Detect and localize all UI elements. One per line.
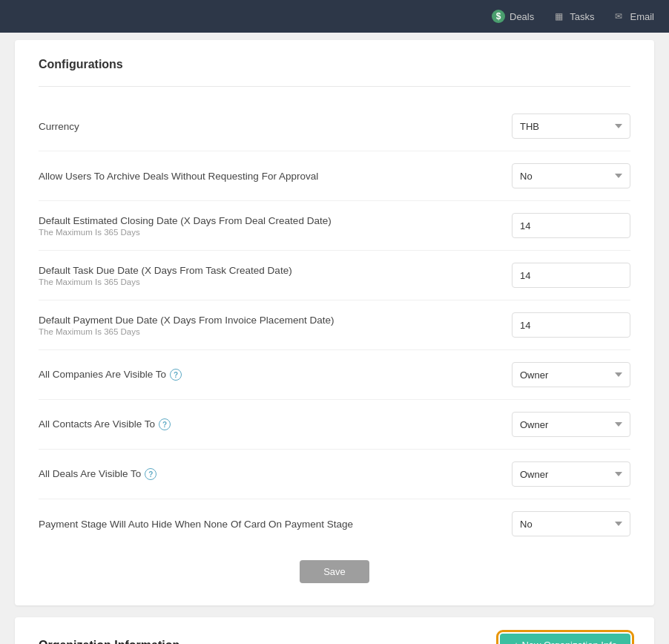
config-row-archive_deals: Allow Users To Archive Deals Without Req…: [39, 151, 630, 201]
dropdown-archive_deals[interactable]: No: [512, 163, 630, 188]
dropdown-currency[interactable]: THB: [512, 114, 630, 139]
email-icon: ✉: [612, 10, 625, 23]
nav-email[interactable]: ✉ Email: [612, 10, 654, 23]
config-row-payment_stage: Payment Stage Will Auto Hide When None O…: [39, 499, 630, 548]
nav-deals[interactable]: $ Deals: [492, 10, 534, 23]
number-input-closing_date[interactable]: [512, 213, 630, 238]
nav-deals-label: Deals: [510, 11, 534, 22]
card-divider: [39, 86, 630, 87]
org-title: Organization Information: [39, 639, 179, 645]
config-label-payment_stage: Payment Stage Will Auto Hide When None O…: [39, 519, 512, 530]
save-button[interactable]: Save: [300, 560, 369, 583]
config-control-payment_due_date: [512, 312, 630, 338]
configurations-card: Configurations CurrencyTHBAllow Users To…: [15, 40, 654, 605]
config-label-payment_due_date: Default Payment Due Date (X Days From In…: [39, 315, 512, 336]
config-control-deals_visible: Owner: [512, 461, 630, 487]
config-sublabel-task_due_date: The Maximum Is 365 Days: [39, 277, 512, 286]
config-label-task_due_date: Default Task Due Date (X Days From Task …: [39, 265, 512, 286]
config-rows: CurrencyTHBAllow Users To Archive Deals …: [39, 102, 630, 548]
config-label-archive_deals: Allow Users To Archive Deals Without Req…: [39, 171, 512, 182]
nav-email-label: Email: [630, 11, 654, 22]
config-row-contacts_visible: All Contacts Are Visible To?Owner: [39, 400, 630, 450]
config-control-companies_visible: Owner: [512, 362, 630, 387]
config-label-closing_date: Default Estimated Closing Date (X Days F…: [39, 215, 512, 237]
tasks-icon: ▦: [552, 10, 565, 23]
organization-card: Organization Information + New Organizat…: [15, 617, 654, 644]
config-row-companies_visible: All Companies Are Visible To?Owner: [39, 350, 630, 400]
nav-tasks[interactable]: ▦ Tasks: [552, 10, 594, 23]
config-row-task_due_date: Default Task Due Date (X Days From Task …: [39, 251, 630, 300]
config-control-payment_stage: No: [512, 511, 630, 536]
new-organization-button[interactable]: + New Organization Info: [500, 634, 630, 644]
config-label-companies_visible: All Companies Are Visible To?: [39, 369, 512, 381]
deals-icon: $: [492, 10, 505, 23]
config-sublabel-closing_date: The Maximum Is 365 Days: [39, 228, 512, 237]
config-control-task_due_date: [512, 263, 630, 288]
config-label-deals_visible: All Deals Are Visible To?: [39, 468, 512, 481]
config-control-contacts_visible: Owner: [512, 412, 630, 437]
dropdown-deals_visible[interactable]: Owner: [512, 461, 630, 487]
config-row-deals_visible: All Deals Are Visible To?Owner: [39, 450, 630, 499]
top-navigation: $ Deals ▦ Tasks ✉ Email: [0, 0, 669, 33]
config-sublabel-payment_due_date: The Maximum Is 365 Days: [39, 327, 512, 336]
config-row-closing_date: Default Estimated Closing Date (X Days F…: [39, 201, 630, 251]
number-input-payment_due_date[interactable]: [512, 312, 630, 338]
help-icon-companies_visible[interactable]: ?: [170, 369, 182, 381]
save-row: Save: [39, 548, 630, 583]
number-input-task_due_date[interactable]: [512, 263, 630, 288]
config-label-currency: Currency: [39, 121, 512, 132]
dropdown-payment_stage[interactable]: No: [512, 511, 630, 536]
help-icon-deals_visible[interactable]: ?: [145, 468, 156, 480]
config-label-contacts_visible: All Contacts Are Visible To?: [39, 418, 512, 431]
nav-tasks-label: Tasks: [570, 11, 594, 22]
help-icon-contacts_visible[interactable]: ?: [159, 418, 171, 430]
dropdown-contacts_visible[interactable]: Owner: [512, 412, 630, 437]
config-row-currency: CurrencyTHB: [39, 102, 630, 151]
config-control-archive_deals: No: [512, 163, 630, 188]
page-content: Configurations CurrencyTHBAllow Users To…: [0, 33, 669, 644]
config-control-currency: THB: [512, 114, 630, 139]
configurations-title: Configurations: [39, 58, 630, 71]
dropdown-companies_visible[interactable]: Owner: [512, 362, 630, 387]
config-row-payment_due_date: Default Payment Due Date (X Days From In…: [39, 300, 630, 350]
config-control-closing_date: [512, 213, 630, 238]
